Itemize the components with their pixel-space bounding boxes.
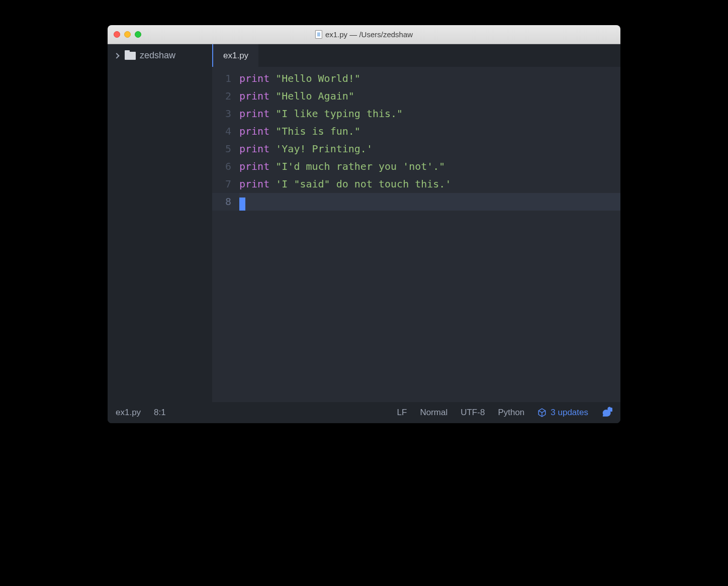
tree-root-label: zedshaw bbox=[140, 50, 175, 61]
line-number[interactable]: 4 bbox=[212, 123, 231, 140]
line-number[interactable]: 5 bbox=[212, 140, 231, 158]
tab-ex1[interactable]: ex1.py bbox=[212, 44, 258, 67]
window-title-text: ex1.py — /Users/zedshaw bbox=[325, 30, 413, 39]
status-cursor-position[interactable]: 8:1 bbox=[154, 408, 166, 418]
status-line-ending[interactable]: LF bbox=[397, 408, 407, 418]
editor-pane[interactable]: 12345678 print "Hello World!"print "Hell… bbox=[212, 67, 620, 402]
body: zedshaw ex1.py 12345678 print "Hello Wor… bbox=[108, 44, 620, 402]
tree-root-item[interactable]: zedshaw bbox=[108, 44, 212, 67]
code-line[interactable]: print "This is fun." bbox=[239, 123, 620, 140]
status-language[interactable]: Python bbox=[498, 408, 524, 418]
tree-view[interactable]: zedshaw bbox=[108, 44, 212, 402]
line-number[interactable]: 1 bbox=[212, 70, 231, 87]
folder-icon bbox=[125, 52, 136, 60]
line-number[interactable]: 3 bbox=[212, 105, 231, 123]
status-updates[interactable]: 3 updates bbox=[537, 408, 588, 418]
chevron-right-icon[interactable] bbox=[114, 53, 119, 58]
code-line[interactable]: print "I'd much rather you 'not'." bbox=[239, 158, 620, 175]
tab-label: ex1.py bbox=[223, 51, 248, 61]
status-file[interactable]: ex1.py bbox=[116, 408, 141, 418]
code-line[interactable]: print "Hello World!" bbox=[239, 70, 620, 87]
status-branch[interactable]: Normal bbox=[420, 408, 447, 418]
code-line[interactable]: print 'Yay! Printing.' bbox=[239, 140, 620, 158]
code-line[interactable]: print "Hello Again" bbox=[239, 87, 620, 105]
zoom-icon[interactable] bbox=[135, 31, 141, 38]
line-number[interactable]: 6 bbox=[212, 158, 231, 175]
file-icon bbox=[315, 30, 322, 39]
editor-area: ex1.py 12345678 print "Hello World!"prin… bbox=[212, 44, 620, 402]
gutter[interactable]: 12345678 bbox=[212, 70, 239, 402]
status-updates-label: 3 updates bbox=[551, 408, 588, 418]
status-bar: ex1.py 8:1 LF Normal UTF-8 Python 3 upda… bbox=[108, 402, 620, 423]
window-title: ex1.py — /Users/zedshaw bbox=[315, 30, 413, 39]
tab-bar[interactable]: ex1.py bbox=[212, 44, 620, 67]
code-line[interactable] bbox=[239, 193, 620, 211]
line-number[interactable]: 2 bbox=[212, 87, 231, 105]
code-area[interactable]: print "Hello World!"print "Hello Again"p… bbox=[239, 70, 620, 402]
line-number[interactable]: 7 bbox=[212, 175, 231, 193]
minimize-icon[interactable] bbox=[124, 31, 131, 38]
code-line[interactable]: print 'I "said" do not touch this.' bbox=[239, 175, 620, 193]
editor-window: ex1.py — /Users/zedshaw zedshaw ex1.py 1… bbox=[108, 25, 620, 423]
package-icon bbox=[537, 408, 547, 417]
code-line[interactable]: print "I like typing this." bbox=[239, 105, 620, 123]
status-encoding[interactable]: UTF-8 bbox=[461, 408, 485, 418]
traffic-lights bbox=[114, 31, 141, 38]
titlebar[interactable]: ex1.py — /Users/zedshaw bbox=[108, 25, 620, 44]
close-icon[interactable] bbox=[114, 31, 120, 38]
text-cursor bbox=[239, 198, 245, 211]
squirrel-icon[interactable] bbox=[601, 406, 612, 420]
